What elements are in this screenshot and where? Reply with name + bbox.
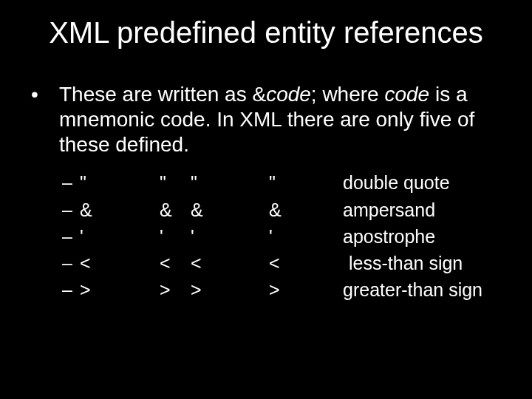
cell-char: &	[160, 197, 191, 223]
entity-row: –''''apostrophe	[62, 223, 504, 250]
cell-desc: double quote	[343, 169, 504, 196]
code-italic: code	[384, 83, 429, 106]
cell-entity: '	[80, 223, 160, 250]
bullet-glyph: •	[28, 82, 59, 157]
text: ; where	[311, 83, 385, 106]
cell-entity: >	[80, 276, 160, 303]
dash-glyph: –	[62, 223, 80, 250]
cell-char: '	[160, 223, 191, 250]
cell-desc: apostrophe	[343, 223, 504, 250]
code-italic: code	[266, 83, 311, 106]
text: These are written as &	[59, 83, 266, 106]
entity-row: –<<<<less-than sign	[62, 250, 504, 276]
cell-hexref: <	[191, 250, 269, 276]
bullet-text: These are written as &code; where code i…	[59, 82, 504, 157]
cell-decref: >	[269, 276, 343, 303]
dash-glyph: –	[62, 276, 80, 303]
entity-row: –&&&&ampersand	[62, 197, 504, 223]
cell-decref: <	[269, 250, 343, 276]
dash-glyph: –	[62, 250, 80, 276]
cell-desc: greater-than sign	[343, 276, 504, 303]
cell-hexref: "	[191, 169, 269, 196]
cell-decref: &	[269, 197, 343, 223]
cell-desc: ampersand	[343, 197, 504, 223]
cell-desc: less-than sign	[343, 250, 504, 276]
cell-hexref: >	[191, 276, 269, 303]
cell-entity: "	[80, 169, 160, 196]
cell-entity: <	[80, 250, 160, 276]
cell-char: >	[160, 276, 191, 303]
slide-body: • These are written as &code; where code…	[28, 82, 504, 304]
entity-row: –>>>>greater-than sign	[62, 276, 504, 303]
entity-row: –""""double quote	[62, 169, 504, 196]
cell-char: <	[160, 250, 191, 276]
cell-entity: &	[80, 197, 160, 223]
cell-hexref: '	[191, 223, 269, 250]
slide: XML predefined entity references • These…	[0, 0, 532, 304]
dash-glyph: –	[62, 169, 80, 196]
bullet-item: • These are written as &code; where code…	[28, 82, 504, 157]
cell-decref: "	[269, 169, 343, 196]
entity-table: –""""double quote–&&&&ampersand–''''apos…	[28, 169, 504, 303]
cell-hexref: &	[191, 197, 269, 223]
slide-title: XML predefined entity references	[28, 16, 504, 50]
cell-decref: '	[269, 223, 343, 250]
cell-char: "	[160, 169, 191, 196]
dash-glyph: –	[62, 197, 80, 223]
